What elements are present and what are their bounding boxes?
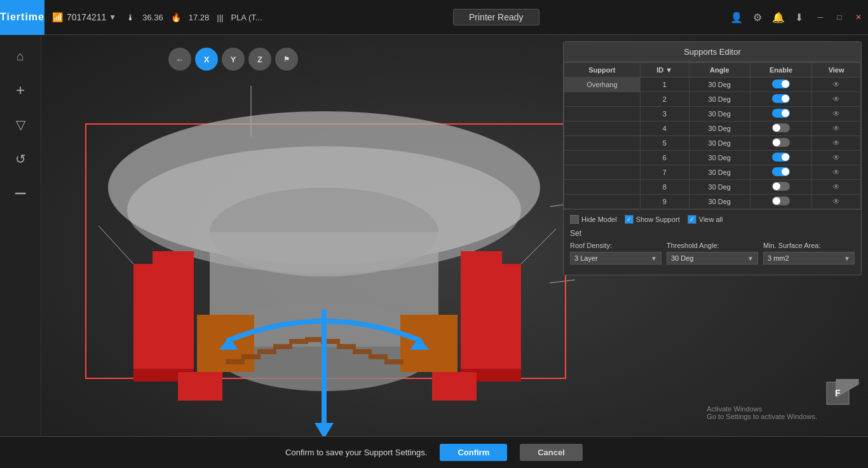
sidebar-item-home[interactable]: ⌂	[4, 40, 36, 72]
row-header-enable[interactable]	[750, 78, 811, 92]
col-support-header[interactable]: Support	[564, 63, 641, 78]
eye-icon[interactable]: 👁	[832, 153, 840, 162]
svg-rect-21	[226, 359, 245, 364]
row-enable-cell[interactable]	[750, 180, 811, 195]
row-angle-cell: 30 Deg	[689, 107, 750, 121]
axis-x-button[interactable]: X	[195, 48, 218, 71]
confirm-button[interactable]: Confirm	[440, 444, 507, 461]
row-support-cell	[564, 195, 641, 209]
table-row: 8 30 Deg 👁	[564, 180, 861, 195]
svg-rect-14	[461, 264, 521, 378]
row-enable-cell[interactable]	[750, 107, 811, 121]
table-row: 2 30 Deg 👁	[564, 92, 861, 107]
min-surface-area-arrow: ▼	[844, 255, 850, 262]
row-view-cell[interactable]: 👁	[812, 165, 861, 180]
row-enable-cell[interactable]	[750, 165, 811, 180]
enable-toggle[interactable]	[772, 138, 790, 147]
row-view-cell[interactable]: 👁	[812, 136, 861, 151]
svg-rect-24	[273, 344, 292, 349]
user-icon[interactable]: 👤	[730, 11, 743, 24]
titlebar-icons: 👤 ⚙ 🔔 ⬇	[730, 11, 803, 24]
row-support-cell	[564, 107, 641, 121]
confirm-bar: Confirm to save your Support Settings. C…	[0, 436, 868, 468]
svg-text:F: F	[835, 388, 841, 398]
hide-model-checkbox[interactable]	[570, 215, 579, 224]
min-surface-area-select[interactable]: 3 mm2 ▼	[763, 252, 855, 265]
eye-icon[interactable]: 👁	[832, 168, 840, 177]
eye-icon[interactable]: 👁	[832, 109, 840, 118]
temp-icon2: 🔥	[171, 13, 181, 22]
enable-toggle[interactable]	[772, 94, 790, 103]
table-row: 3 30 Deg 👁	[564, 107, 861, 121]
sidebar-item-rotate[interactable]: ↺	[4, 143, 36, 175]
row-id-cell: 8	[640, 180, 689, 195]
axis-z-button[interactable]: Z	[248, 48, 271, 71]
enable-toggle[interactable]	[772, 182, 790, 191]
row-enable-cell[interactable]	[750, 195, 811, 209]
confirm-text: Confirm to save your Support Settings.	[285, 448, 427, 457]
threshold-angle-select[interactable]: 30 Deg ▼	[667, 252, 758, 265]
row-enable-cell[interactable]	[750, 151, 811, 165]
enable-toggle[interactable]	[772, 167, 790, 176]
wifi-icon: 📶	[52, 12, 63, 22]
svg-rect-15	[461, 251, 502, 270]
enable-toggle[interactable]	[772, 153, 790, 162]
min-surface-area-value: 3 mm2	[768, 254, 789, 262]
gear-icon[interactable]: ⚙	[753, 11, 762, 24]
show-support-checkbox[interactable]: ✓	[625, 215, 634, 224]
row-view-cell[interactable]: 👁	[812, 107, 861, 121]
row-view-cell[interactable]: 👁	[812, 92, 861, 107]
enable-toggle[interactable]	[772, 196, 790, 205]
temp2-value: 17.28	[189, 13, 210, 22]
flag-button[interactable]: ⚑	[275, 48, 298, 71]
close-button[interactable]: ✕	[849, 8, 868, 27]
row-view-cell[interactable]: 👁	[812, 180, 861, 195]
row-view-cell[interactable]: 👁	[812, 195, 861, 209]
eye-icon[interactable]: 👁	[832, 139, 840, 148]
maximize-button[interactable]: □	[830, 8, 849, 27]
row-view-cell[interactable]: 👁	[812, 151, 861, 165]
back-button[interactable]: ←	[168, 48, 191, 71]
row-angle-cell: 30 Deg	[689, 165, 750, 180]
sidebar-item-ruler[interactable]: ━━	[4, 177, 36, 209]
download-icon[interactable]: ⬇	[795, 11, 803, 24]
eye-icon[interactable]: 👁	[832, 197, 840, 206]
roof-density-select[interactable]: 3 Layer ▼	[570, 252, 661, 265]
row-enable-cell[interactable]	[750, 92, 811, 107]
enable-toggle[interactable]	[772, 109, 790, 118]
row-header-view[interactable]: 👁	[812, 78, 861, 92]
cancel-button[interactable]: Cancel	[520, 444, 583, 461]
table-row: 9 30 Deg 👁	[564, 195, 861, 209]
col-id-header[interactable]: ID ▼	[640, 63, 689, 78]
row-id-cell: 7	[640, 165, 689, 180]
eye-icon[interactable]: 👁	[832, 95, 840, 104]
view-all-checkbox[interactable]: ✓	[688, 215, 696, 224]
svg-rect-11	[133, 264, 194, 378]
bell-icon[interactable]: 🔔	[772, 11, 785, 24]
row-angle-cell: 30 Deg	[689, 195, 750, 209]
svg-rect-28	[337, 344, 356, 349]
svg-rect-19	[178, 372, 222, 401]
sidebar-item-filter[interactable]: ▽	[4, 109, 36, 141]
eye-icon[interactable]: 👁	[832, 124, 840, 133]
row-support-cell	[564, 92, 641, 107]
set-label: Set	[570, 229, 581, 238]
printer-dropdown-arrow[interactable]: ▼	[109, 13, 116, 22]
row-angle-cell: 30 Deg	[689, 151, 750, 165]
threshold-angle-value: 30 Deg	[671, 254, 693, 262]
enable-toggle[interactable]	[772, 123, 790, 132]
axis-y-button[interactable]: Y	[222, 48, 245, 71]
svg-rect-29	[353, 349, 372, 354]
row-enable-cell[interactable]	[750, 136, 811, 151]
row-enable-cell[interactable]	[750, 121, 811, 136]
temp-section: 🌡 36.36 🔥 17.28 ||| PLA (T...	[126, 13, 262, 22]
threshold-angle-group: Threshold Angle: 30 Deg ▼	[667, 242, 758, 265]
svg-rect-22	[241, 354, 261, 359]
svg-rect-23	[257, 349, 276, 354]
eye-icon[interactable]: 👁	[832, 182, 840, 191]
sidebar-item-add[interactable]: +	[4, 74, 36, 106]
svg-line-36	[98, 226, 133, 264]
row-view-cell[interactable]: 👁	[812, 121, 861, 136]
minimize-button[interactable]: ─	[811, 8, 830, 27]
axis-controls: ← X Y Z ⚑	[168, 48, 298, 71]
